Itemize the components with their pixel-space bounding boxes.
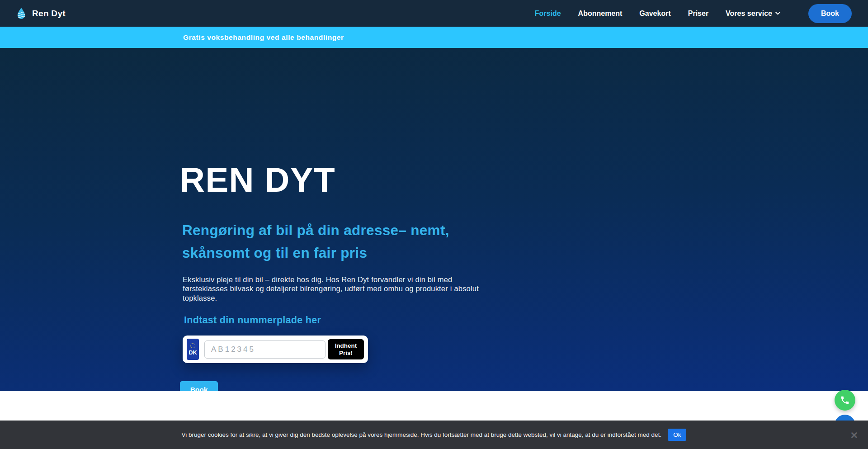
hero-subtitle: Rengøring af bil på din adresse– nemt, s…	[182, 219, 449, 264]
close-icon[interactable]: ✕	[850, 430, 858, 440]
main-nav: Forside Abonnement Gavekort Priser Vores…	[535, 4, 852, 23]
cookie-ok-button[interactable]: Ok	[668, 429, 686, 441]
get-price-button[interactable]: Indhent Pris!	[328, 339, 364, 359]
hero-subtitle-line1: Rengøring af bil på din adresse– nemt,	[182, 222, 449, 238]
nav-item-gavekort[interactable]: Gavekort	[639, 9, 670, 18]
nav-item-forside[interactable]: Forside	[535, 9, 561, 18]
cookie-message: Vi bruger cookies for at sikre, at vi gi…	[182, 431, 662, 438]
brand[interactable]: Ren Dyt	[16, 7, 66, 20]
nav-item-vores-service-label: Vores service	[726, 9, 772, 18]
brand-name: Ren Dyt	[32, 9, 66, 19]
nav-item-priser[interactable]: Priser	[688, 9, 708, 18]
phone-icon	[840, 395, 850, 405]
hero-subtitle-line2: skånsomt og til en fair pris	[182, 245, 367, 261]
plate-label: Indtast din nummerplade her	[184, 315, 321, 326]
page: Ren Dyt Forside Abonnement Gavekort Pris…	[0, 0, 868, 449]
phone-fab-button[interactable]	[835, 390, 855, 411]
cookie-banner: Vi bruger cookies for at sikre, at vi gi…	[0, 421, 868, 449]
top-nav: Ren Dyt Forside Abonnement Gavekort Pris…	[0, 0, 868, 27]
nav-item-abonnement[interactable]: Abonnement	[578, 9, 623, 18]
plate-country-badge: DK	[187, 339, 199, 360]
plate-input[interactable]	[204, 340, 326, 359]
eu-stars-icon	[190, 343, 195, 348]
chevron-down-icon	[775, 12, 780, 15]
water-drop-logo-icon	[16, 7, 26, 20]
license-plate-widget: DK Indhent Pris!	[183, 336, 368, 363]
plate-country-code: DK	[189, 350, 197, 356]
nav-book-button[interactable]: Book	[808, 4, 852, 23]
nav-item-vores-service[interactable]: Vores service	[726, 9, 780, 18]
promo-banner: Gratis voksbehandling ved alle behandlin…	[0, 27, 868, 48]
hero-section: REN DYT Rengøring af bil på din adresse–…	[0, 48, 868, 391]
hero-description: Eksklusiv pleje til din bil – direkte ho…	[183, 275, 480, 302]
promo-banner-text: Gratis voksbehandling ved alle behandlin…	[183, 27, 344, 48]
hero-title: REN DYT	[180, 160, 335, 199]
get-price-button-line2: Pris!	[339, 350, 353, 357]
get-price-button-line1: Indhent	[335, 342, 357, 350]
